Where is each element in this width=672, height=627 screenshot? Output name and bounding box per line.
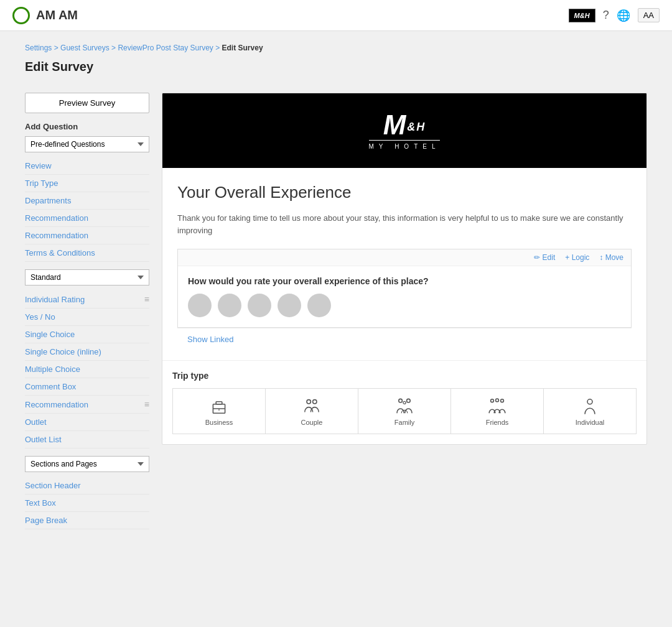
- svg-point-7: [407, 399, 411, 402]
- edit-action[interactable]: ✏ Edit: [534, 253, 555, 262]
- trip-option-family[interactable]: Family: [358, 388, 450, 434]
- svg-point-6: [399, 399, 403, 402]
- header: AM AM M&H ? 🌐 AA: [0, 0, 672, 31]
- sidebar-link-departments[interactable]: Departments: [25, 192, 149, 210]
- preview-survey-button[interactable]: Preview Survey: [25, 93, 149, 113]
- hotel-logo-text: M&H: [369, 111, 441, 139]
- svg-point-11: [501, 399, 504, 402]
- hotel-banner: M&H MY HOTEL: [162, 93, 646, 168]
- drag-icon-individual: ≡: [144, 294, 149, 304]
- survey-preview: M&H MY HOTEL Your Overall Experience Tha…: [162, 93, 647, 445]
- sidebar-link-single-choice-inline[interactable]: Single Choice (inline): [25, 343, 149, 361]
- move-action[interactable]: ↕ Move: [599, 253, 623, 262]
- main-content: Settings > Guest Surveys > ReviewPro Pos…: [0, 31, 672, 544]
- trip-option-couple[interactable]: Couple: [265, 388, 358, 434]
- sidebar: Preview Survey Add Question Pre-defined …: [25, 93, 149, 532]
- mh-badge: M&H: [569, 9, 595, 22]
- sidebar-link-recommendation[interactable]: Recommendation ≡: [25, 396, 149, 414]
- predefined-questions-dropdown[interactable]: Pre-defined Questions: [25, 136, 149, 152]
- logo-icon: [12, 7, 30, 24]
- question-card: ✏ Edit + Logic ↕ Move: [177, 249, 632, 328]
- trip-option-business[interactable]: Business: [172, 388, 265, 434]
- friends-icon: [487, 396, 507, 416]
- rating-5[interactable]: [307, 294, 331, 317]
- sidebar-link-trip-type[interactable]: Trip Type: [25, 175, 149, 192]
- trip-option-friends[interactable]: Friends: [450, 388, 543, 434]
- show-linked[interactable]: Show Linked: [177, 328, 632, 350]
- svg-rect-1: [216, 402, 222, 404]
- header-right: M&H ? 🌐 AA: [569, 8, 660, 22]
- sidebar-link-single-choice-1[interactable]: Single Choice: [25, 326, 149, 343]
- rating-4[interactable]: [278, 294, 301, 317]
- sidebar-link-section-header[interactable]: Section Header: [25, 477, 149, 495]
- edit-icon: ✏: [534, 253, 542, 262]
- sidebar-sections-links: Section Header Text Box Page Break: [25, 477, 149, 529]
- trip-options: Business Couple: [172, 388, 637, 434]
- sidebar-link-yes-no[interactable]: Yes / No: [25, 309, 149, 326]
- sections-dropdown[interactable]: Sections and Pages: [25, 456, 149, 472]
- standard-dropdown[interactable]: Standard: [25, 269, 149, 286]
- sidebar-link-terms[interactable]: Terms & Conditions: [25, 244, 149, 262]
- svg-point-12: [587, 399, 592, 404]
- hotel-logo: M&H MY HOTEL: [369, 111, 441, 150]
- sidebar-link-outlet-list[interactable]: Outlet List: [25, 431, 149, 448]
- header-left: AM AM: [12, 7, 78, 24]
- individual-icon: [580, 396, 600, 416]
- question-actions: ✏ Edit + Logic ↕ Move: [178, 249, 631, 266]
- logic-action[interactable]: + Logic: [565, 253, 589, 262]
- sidebar-link-recommendation-2[interactable]: Recommendation: [25, 227, 149, 244]
- aa-button[interactable]: AA: [638, 8, 660, 22]
- business-icon: [209, 396, 229, 416]
- svg-point-10: [496, 399, 499, 402]
- trip-option-individual[interactable]: Individual: [543, 388, 637, 434]
- sidebar-link-review[interactable]: Review: [25, 157, 149, 175]
- trip-type-label: Trip type: [172, 371, 637, 381]
- survey-content: M&H MY HOTEL Your Overall Experience Tha…: [162, 93, 647, 532]
- svg-point-4: [307, 400, 310, 404]
- add-question-label: Add Question: [25, 122, 149, 131]
- help-button[interactable]: ?: [603, 9, 609, 22]
- drag-icon-recommendation: ≡: [144, 399, 149, 409]
- survey-section-desc: Thank you for taking time to tell us mor…: [177, 212, 632, 236]
- sidebar-link-multiple-choice[interactable]: Multiple Choice: [25, 361, 149, 378]
- sidebar-link-page-break[interactable]: Page Break: [25, 512, 149, 529]
- trip-section: Trip type Business: [162, 360, 646, 444]
- family-icon: [394, 396, 414, 416]
- sidebar-link-recommendation-1[interactable]: Recommendation: [25, 210, 149, 227]
- page-title: Edit Survey: [25, 60, 647, 74]
- question-body: How would you rate your overall experien…: [178, 266, 631, 327]
- rating-1[interactable]: [188, 294, 212, 317]
- sidebar-link-comment-box[interactable]: Comment Box: [25, 378, 149, 396]
- sidebar-standard-links: Individual Rating ≡ Yes / No Single Choi…: [25, 290, 149, 448]
- breadcrumb-guest-surveys[interactable]: Guest Surveys: [60, 44, 110, 52]
- sidebar-link-text-box[interactable]: Text Box: [25, 495, 149, 512]
- sidebar-link-individual-rating[interactable]: Individual Rating ≡: [25, 290, 149, 309]
- breadcrumb-settings[interactable]: Settings: [25, 44, 52, 52]
- breadcrumb-reviewpro[interactable]: ReviewPro Post Stay Survey: [118, 44, 213, 52]
- hotel-subtitle: MY HOTEL: [369, 140, 441, 150]
- survey-section-title: Your Overall Experience: [177, 183, 632, 202]
- layout: Preview Survey Add Question Pre-defined …: [25, 93, 647, 532]
- rating-circles: [188, 294, 621, 317]
- breadcrumb-current: Edit Survey: [222, 44, 263, 52]
- rating-3[interactable]: [248, 294, 271, 317]
- rating-2[interactable]: [218, 294, 241, 317]
- sidebar-link-outlet[interactable]: Outlet: [25, 414, 149, 431]
- question-text: How would you rate your overall experien…: [188, 276, 621, 286]
- sidebar-predefined-links: Review Trip Type Departments Recommendat…: [25, 157, 149, 262]
- svg-point-8: [403, 401, 406, 404]
- survey-section: Your Overall Experience Thank you for ta…: [162, 168, 646, 360]
- svg-point-9: [491, 399, 494, 402]
- logic-icon: +: [565, 253, 571, 262]
- globe-button[interactable]: 🌐: [617, 9, 630, 22]
- app-title: AM AM: [36, 8, 78, 22]
- couple-icon: [302, 396, 322, 416]
- move-icon: ↕: [599, 253, 605, 262]
- svg-point-5: [313, 400, 317, 404]
- breadcrumb: Settings > Guest Surveys > ReviewPro Pos…: [25, 44, 647, 52]
